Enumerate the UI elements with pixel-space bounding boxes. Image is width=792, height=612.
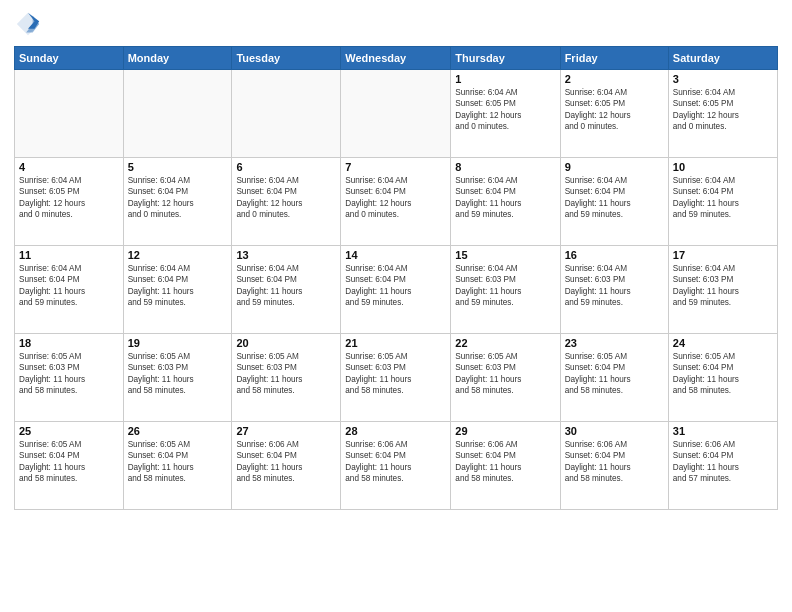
day-info: Sunrise: 6:04 AM Sunset: 6:04 PM Dayligh… xyxy=(128,175,228,221)
day-number: 9 xyxy=(565,161,664,173)
calendar-cell: 31Sunrise: 6:06 AM Sunset: 6:04 PM Dayli… xyxy=(668,422,777,510)
calendar-week-0: 1Sunrise: 6:04 AM Sunset: 6:05 PM Daylig… xyxy=(15,70,778,158)
day-number: 13 xyxy=(236,249,336,261)
day-number: 8 xyxy=(455,161,555,173)
day-info: Sunrise: 6:04 AM Sunset: 6:04 PM Dayligh… xyxy=(236,175,336,221)
day-info: Sunrise: 6:06 AM Sunset: 6:04 PM Dayligh… xyxy=(236,439,336,485)
day-number: 18 xyxy=(19,337,119,349)
calendar-header-friday: Friday xyxy=(560,47,668,70)
day-info: Sunrise: 6:06 AM Sunset: 6:04 PM Dayligh… xyxy=(345,439,446,485)
day-number: 23 xyxy=(565,337,664,349)
day-number: 17 xyxy=(673,249,773,261)
calendar-header-monday: Monday xyxy=(123,47,232,70)
calendar-cell: 29Sunrise: 6:06 AM Sunset: 6:04 PM Dayli… xyxy=(451,422,560,510)
day-number: 30 xyxy=(565,425,664,437)
calendar-week-1: 4Sunrise: 6:04 AM Sunset: 6:05 PM Daylig… xyxy=(15,158,778,246)
day-info: Sunrise: 6:04 AM Sunset: 6:04 PM Dayligh… xyxy=(565,175,664,221)
day-number: 19 xyxy=(128,337,228,349)
day-number: 15 xyxy=(455,249,555,261)
logo xyxy=(14,10,46,38)
calendar-cell: 5Sunrise: 6:04 AM Sunset: 6:04 PM Daylig… xyxy=(123,158,232,246)
calendar-cell: 24Sunrise: 6:05 AM Sunset: 6:04 PM Dayli… xyxy=(668,334,777,422)
day-info: Sunrise: 6:04 AM Sunset: 6:04 PM Dayligh… xyxy=(345,263,446,309)
calendar-header-thursday: Thursday xyxy=(451,47,560,70)
calendar-table: SundayMondayTuesdayWednesdayThursdayFrid… xyxy=(14,46,778,510)
calendar-header-wednesday: Wednesday xyxy=(341,47,451,70)
calendar-cell: 2Sunrise: 6:04 AM Sunset: 6:05 PM Daylig… xyxy=(560,70,668,158)
calendar-cell: 15Sunrise: 6:04 AM Sunset: 6:03 PM Dayli… xyxy=(451,246,560,334)
day-info: Sunrise: 6:05 AM Sunset: 6:04 PM Dayligh… xyxy=(673,351,773,397)
day-number: 4 xyxy=(19,161,119,173)
calendar-header-sunday: Sunday xyxy=(15,47,124,70)
day-info: Sunrise: 6:06 AM Sunset: 6:04 PM Dayligh… xyxy=(565,439,664,485)
logo-icon xyxy=(14,10,42,38)
day-number: 22 xyxy=(455,337,555,349)
calendar-cell: 6Sunrise: 6:04 AM Sunset: 6:04 PM Daylig… xyxy=(232,158,341,246)
day-info: Sunrise: 6:04 AM Sunset: 6:03 PM Dayligh… xyxy=(673,263,773,309)
calendar-cell: 17Sunrise: 6:04 AM Sunset: 6:03 PM Dayli… xyxy=(668,246,777,334)
day-number: 26 xyxy=(128,425,228,437)
calendar-week-4: 25Sunrise: 6:05 AM Sunset: 6:04 PM Dayli… xyxy=(15,422,778,510)
day-info: Sunrise: 6:05 AM Sunset: 6:03 PM Dayligh… xyxy=(455,351,555,397)
calendar-cell: 19Sunrise: 6:05 AM Sunset: 6:03 PM Dayli… xyxy=(123,334,232,422)
day-number: 14 xyxy=(345,249,446,261)
calendar-cell: 22Sunrise: 6:05 AM Sunset: 6:03 PM Dayli… xyxy=(451,334,560,422)
calendar-cell xyxy=(123,70,232,158)
day-info: Sunrise: 6:04 AM Sunset: 6:04 PM Dayligh… xyxy=(455,175,555,221)
day-number: 6 xyxy=(236,161,336,173)
calendar-cell: 10Sunrise: 6:04 AM Sunset: 6:04 PM Dayli… xyxy=(668,158,777,246)
day-info: Sunrise: 6:04 AM Sunset: 6:05 PM Dayligh… xyxy=(565,87,664,133)
calendar-cell: 8Sunrise: 6:04 AM Sunset: 6:04 PM Daylig… xyxy=(451,158,560,246)
day-info: Sunrise: 6:05 AM Sunset: 6:03 PM Dayligh… xyxy=(128,351,228,397)
calendar-header-row: SundayMondayTuesdayWednesdayThursdayFrid… xyxy=(15,47,778,70)
calendar-cell: 20Sunrise: 6:05 AM Sunset: 6:03 PM Dayli… xyxy=(232,334,341,422)
calendar-cell: 18Sunrise: 6:05 AM Sunset: 6:03 PM Dayli… xyxy=(15,334,124,422)
calendar-cell: 27Sunrise: 6:06 AM Sunset: 6:04 PM Dayli… xyxy=(232,422,341,510)
calendar-cell: 23Sunrise: 6:05 AM Sunset: 6:04 PM Dayli… xyxy=(560,334,668,422)
day-number: 5 xyxy=(128,161,228,173)
calendar-cell: 30Sunrise: 6:06 AM Sunset: 6:04 PM Dayli… xyxy=(560,422,668,510)
day-number: 21 xyxy=(345,337,446,349)
day-info: Sunrise: 6:06 AM Sunset: 6:04 PM Dayligh… xyxy=(455,439,555,485)
calendar-cell: 14Sunrise: 6:04 AM Sunset: 6:04 PM Dayli… xyxy=(341,246,451,334)
calendar-header-saturday: Saturday xyxy=(668,47,777,70)
day-number: 25 xyxy=(19,425,119,437)
calendar-cell: 25Sunrise: 6:05 AM Sunset: 6:04 PM Dayli… xyxy=(15,422,124,510)
day-info: Sunrise: 6:04 AM Sunset: 6:03 PM Dayligh… xyxy=(455,263,555,309)
day-info: Sunrise: 6:04 AM Sunset: 6:03 PM Dayligh… xyxy=(565,263,664,309)
day-info: Sunrise: 6:04 AM Sunset: 6:05 PM Dayligh… xyxy=(19,175,119,221)
calendar-cell: 12Sunrise: 6:04 AM Sunset: 6:04 PM Dayli… xyxy=(123,246,232,334)
calendar-cell xyxy=(341,70,451,158)
day-number: 16 xyxy=(565,249,664,261)
day-info: Sunrise: 6:04 AM Sunset: 6:05 PM Dayligh… xyxy=(455,87,555,133)
day-number: 11 xyxy=(19,249,119,261)
day-number: 29 xyxy=(455,425,555,437)
day-info: Sunrise: 6:05 AM Sunset: 6:04 PM Dayligh… xyxy=(565,351,664,397)
day-number: 12 xyxy=(128,249,228,261)
day-info: Sunrise: 6:05 AM Sunset: 6:03 PM Dayligh… xyxy=(236,351,336,397)
calendar-cell: 3Sunrise: 6:04 AM Sunset: 6:05 PM Daylig… xyxy=(668,70,777,158)
day-info: Sunrise: 6:04 AM Sunset: 6:04 PM Dayligh… xyxy=(128,263,228,309)
day-info: Sunrise: 6:05 AM Sunset: 6:03 PM Dayligh… xyxy=(19,351,119,397)
day-info: Sunrise: 6:05 AM Sunset: 6:04 PM Dayligh… xyxy=(19,439,119,485)
calendar-cell: 7Sunrise: 6:04 AM Sunset: 6:04 PM Daylig… xyxy=(341,158,451,246)
day-info: Sunrise: 6:04 AM Sunset: 6:04 PM Dayligh… xyxy=(345,175,446,221)
day-number: 2 xyxy=(565,73,664,85)
calendar-cell: 26Sunrise: 6:05 AM Sunset: 6:04 PM Dayli… xyxy=(123,422,232,510)
day-number: 24 xyxy=(673,337,773,349)
day-info: Sunrise: 6:04 AM Sunset: 6:04 PM Dayligh… xyxy=(236,263,336,309)
day-number: 27 xyxy=(236,425,336,437)
day-info: Sunrise: 6:04 AM Sunset: 6:05 PM Dayligh… xyxy=(673,87,773,133)
calendar-week-2: 11Sunrise: 6:04 AM Sunset: 6:04 PM Dayli… xyxy=(15,246,778,334)
day-number: 28 xyxy=(345,425,446,437)
calendar-cell: 16Sunrise: 6:04 AM Sunset: 6:03 PM Dayli… xyxy=(560,246,668,334)
day-info: Sunrise: 6:06 AM Sunset: 6:04 PM Dayligh… xyxy=(673,439,773,485)
header xyxy=(14,10,778,38)
calendar-header-tuesday: Tuesday xyxy=(232,47,341,70)
calendar-cell: 4Sunrise: 6:04 AM Sunset: 6:05 PM Daylig… xyxy=(15,158,124,246)
day-info: Sunrise: 6:04 AM Sunset: 6:04 PM Dayligh… xyxy=(673,175,773,221)
calendar-cell: 1Sunrise: 6:04 AM Sunset: 6:05 PM Daylig… xyxy=(451,70,560,158)
calendar-cell: 13Sunrise: 6:04 AM Sunset: 6:04 PM Dayli… xyxy=(232,246,341,334)
day-number: 10 xyxy=(673,161,773,173)
day-info: Sunrise: 6:05 AM Sunset: 6:04 PM Dayligh… xyxy=(128,439,228,485)
